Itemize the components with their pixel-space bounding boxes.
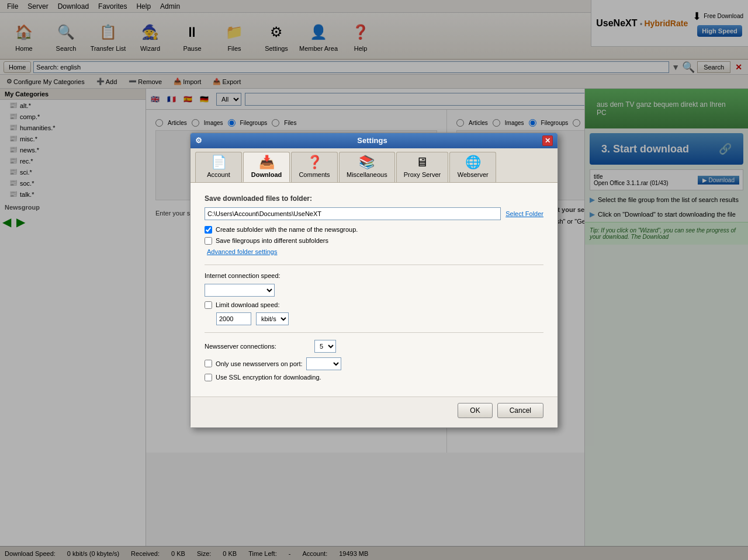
dialog-tabs: 📄 Account 📥 Download ❓ Comments 📚 Miscel… [191,148,557,183]
tab-comments[interactable]: ❓ Comments [291,152,338,182]
tab-download[interactable]: 📥 Download [243,152,290,182]
comments-tab-icon: ❓ [307,155,323,170]
ssl-checkbox[interactable] [205,374,212,381]
newsserver-connections-label: Newsserver connections: [205,343,310,350]
folder-path-row: Select Folder [205,207,543,220]
cancel-button[interactable]: Cancel [497,403,543,418]
newsserver-connections-select[interactable]: 5 [314,340,336,353]
only-port-row: Only use newsservers on port: [205,357,543,370]
only-port-checkbox[interactable] [205,360,212,367]
settings-icon-title: ⚙ [195,136,202,145]
dialog-title-bar: ⚙ Settings ✕ [191,133,557,148]
tab-account[interactable]: 📄 Account [195,152,242,182]
connection-speed-select-row [205,284,543,297]
only-port-label: Only use newsservers on port: [216,360,303,367]
limit-speed-row: Limit download speed: [205,301,543,309]
tab-proxy-server[interactable]: 🖥 Proxy Server [396,152,449,182]
port-value-select[interactable] [306,357,341,370]
select-folder-link[interactable]: Select Folder [505,210,543,217]
connection-speed-select[interactable] [205,284,275,297]
settings-dialog: ⚙ Settings ✕ 📄 Account 📥 Download ❓ Comm… [190,133,558,428]
create-subfolder-row: Create subfolder with the name of the ne… [205,226,543,234]
speed-value-row: kbit/s [216,312,543,325]
dialog-footer: OK Cancel [191,396,557,427]
advanced-folder-link[interactable]: Advanced folder settings [207,248,543,255]
folder-path-input[interactable] [205,207,501,220]
create-subfolder-label: Create subfolder with the name of the ne… [216,226,358,233]
proxy-tab-icon: 🖥 [415,155,428,170]
save-filegroups-row: Save filegroups into different subfolder… [205,237,543,245]
account-tab-icon: 📄 [211,155,227,170]
dialog-title: Settings [357,136,387,145]
save-folder-label: Save downloaded files to folder: [205,194,543,203]
dialog-body: Save downloaded files to folder: Select … [191,183,557,396]
tab-webserver[interactable]: 🌐 Webserver [449,152,496,182]
ssl-row: Use SSL encryption for downloading. [205,374,543,381]
speed-value-input[interactable] [216,312,251,325]
dialog-overlay: ⚙ Settings ✕ 📄 Account 📥 Download ❓ Comm… [0,0,748,560]
misc-tab-icon: 📚 [359,155,375,170]
ssl-label: Use SSL encryption for downloading. [216,374,321,381]
dialog-close-button[interactable]: ✕ [542,135,553,146]
download-tab-icon: 📥 [259,155,275,170]
connection-speed-row: Internet connection speed: [205,272,543,279]
speed-unit-select[interactable]: kbit/s [256,312,289,325]
connection-speed-label: Internet connection speed: [205,272,310,279]
save-filegroups-label: Save filegroups into different subfolder… [216,237,328,244]
ok-button[interactable]: OK [458,403,492,418]
create-subfolder-checkbox[interactable] [205,226,212,234]
webserver-tab-icon: 🌐 [465,155,481,170]
newsserver-connections-row: Newsserver connections: 5 [205,340,543,353]
limit-speed-label: Limit download speed: [216,301,279,308]
limit-speed-checkbox[interactable] [205,301,212,309]
save-filegroups-checkbox[interactable] [205,237,212,245]
tab-miscellaneous[interactable]: 📚 Miscellaneous [339,152,395,182]
